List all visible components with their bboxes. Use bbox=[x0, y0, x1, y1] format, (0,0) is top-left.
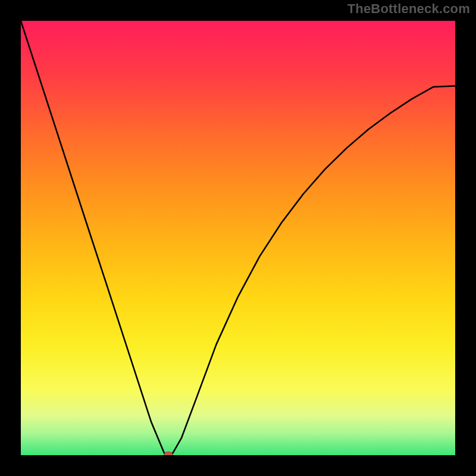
bottleneck-curve-path bbox=[21, 21, 455, 455]
plot-area bbox=[21, 21, 455, 455]
watermark-text: TheBottleneck.com bbox=[347, 1, 470, 17]
chart-frame: TheBottleneck.com bbox=[0, 0, 476, 476]
curve-svg bbox=[21, 21, 455, 455]
optimum-marker bbox=[164, 452, 173, 455]
